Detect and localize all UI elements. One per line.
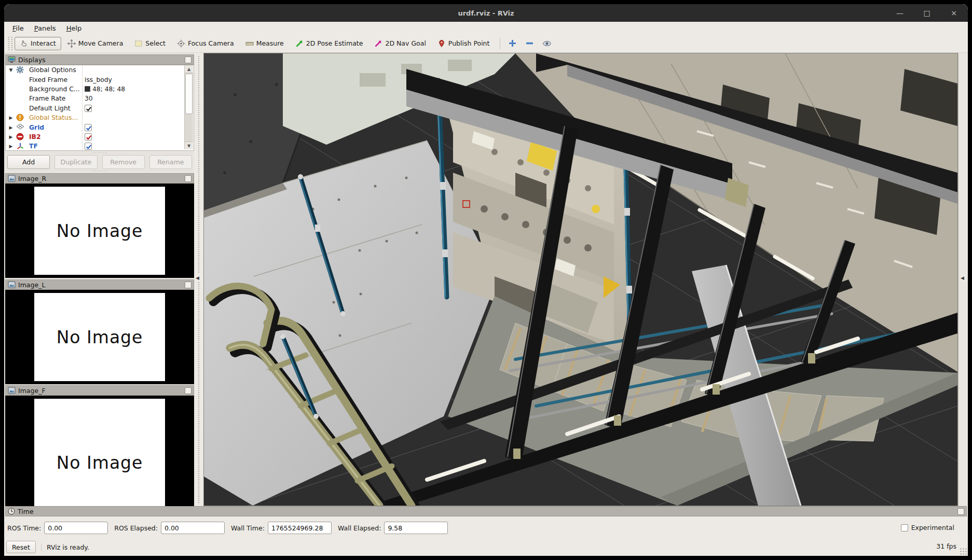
experimental-toggle[interactable]: Experimental <box>901 524 954 531</box>
image-l-panel-title[interactable]: Image_L <box>5 279 194 290</box>
image-f-view[interactable]: No Image <box>5 396 194 506</box>
time-float-button[interactable] <box>957 508 964 515</box>
tree-scrollbar[interactable]: ▲ ▼ <box>184 65 193 149</box>
ros-elapsed-input[interactable] <box>161 522 225 534</box>
tree-row-fixed-frame[interactable]: Fixed Frameiss_body <box>6 75 194 84</box>
collapse-right-icon[interactable]: ◀ <box>961 274 967 282</box>
remove-tool-button[interactable] <box>522 36 538 50</box>
tool-label: Publish Point <box>448 39 490 47</box>
enabled-checkbox[interactable] <box>85 105 92 112</box>
tree-row-tf[interactable]: ▶TF <box>6 142 194 151</box>
time-panel-title[interactable]: Time <box>5 506 967 516</box>
image-l-view[interactable]: No Image <box>5 290 194 384</box>
tree-row-value[interactable]: 48; 48; 48 <box>85 86 125 93</box>
tool-2d-pose-estimate[interactable]: 2D Pose Estimate <box>290 37 368 50</box>
tool-focus-camera[interactable]: Focus Camera <box>172 37 239 50</box>
experimental-label: Experimental <box>911 524 954 531</box>
image-r-float-button[interactable] <box>185 175 191 182</box>
wall-elapsed-input[interactable] <box>384 522 448 534</box>
image-f-panel-title[interactable]: Image_F <box>5 385 194 396</box>
image-f-label: Image_F <box>18 387 46 395</box>
tool-move-camera[interactable]: Move Camera <box>62 37 129 50</box>
tree-row-label: Frame Rate <box>29 95 65 102</box>
image-r-panel-title[interactable]: Image_R <box>5 173 194 184</box>
tool-publish-point[interactable]: Publish Point <box>432 37 495 50</box>
tree-row-label: Default Light <box>29 105 71 112</box>
expander-icon[interactable]: ▶ <box>8 144 14 149</box>
tree-row-global-status-[interactable]: ▶Global Status... <box>6 113 194 122</box>
title-bar[interactable]: urdf.rviz - RViz — □ × <box>4 4 968 22</box>
tree-row-background-c-[interactable]: Background C...48; 48; 48 <box>6 85 194 94</box>
tree-row-value[interactable]: iss_body <box>85 76 112 83</box>
ros-time-input[interactable] <box>44 522 108 534</box>
wall-time-field: Wall Time: <box>231 522 332 534</box>
eye-icon <box>542 40 552 47</box>
splitter-handle[interactable]: ······ <box>5 151 194 155</box>
add-button[interactable]: Add <box>7 155 50 169</box>
displays-panel-title[interactable]: Displays <box>5 54 194 65</box>
experimental-checkbox[interactable] <box>901 524 908 531</box>
scrollbar-thumb[interactable] <box>185 74 193 114</box>
wall-time-input[interactable] <box>268 522 332 534</box>
tf-axes-icon <box>16 142 24 150</box>
enabled-checkbox[interactable] <box>85 124 92 131</box>
expander-icon[interactable]: ▶ <box>8 134 14 139</box>
hand-cursor-icon <box>20 39 28 48</box>
menu-item-help[interactable]: Help <box>62 23 86 33</box>
add-tool-button[interactable] <box>504 36 521 50</box>
enabled-checkbox[interactable] <box>85 143 92 150</box>
tree-row-grid[interactable]: ▶Grid <box>6 122 194 132</box>
expander-icon[interactable]: ▶ <box>8 115 14 120</box>
tree-row-label: Global Status... <box>29 114 78 121</box>
reset-button[interactable]: Reset <box>6 541 36 553</box>
tool-select[interactable]: Select <box>129 37 171 50</box>
tool-interact[interactable]: Interact <box>15 37 61 50</box>
window-title: urdf.rviz - RViz <box>458 9 514 17</box>
image-l-float-button[interactable] <box>185 282 191 288</box>
image-r-view[interactable]: No Image <box>5 184 194 278</box>
close-button[interactable]: × <box>949 9 959 17</box>
expander-icon[interactable]: ▼ <box>8 67 14 73</box>
ros-time-field: ROS Time: <box>7 522 108 534</box>
resize-grip[interactable] <box>960 548 967 555</box>
scroll-up-icon[interactable]: ▲ <box>185 65 193 73</box>
panel-splitter[interactable]: ◀ <box>194 53 203 506</box>
duplicate-button[interactable]: Duplicate <box>54 155 97 169</box>
menu-item-panels[interactable]: Panels <box>30 23 60 33</box>
remove-button[interactable]: Remove <box>102 155 145 169</box>
tree-row-label: TF <box>29 143 38 150</box>
toolbar: InteractMove CameraSelectFocus CameraMea… <box>4 34 968 53</box>
image-icon <box>8 175 16 182</box>
rename-button[interactable]: Rename <box>149 155 192 169</box>
tree-row-default-light[interactable]: Default Light <box>6 104 194 113</box>
image-f-float-button[interactable] <box>185 387 191 394</box>
time-panel: Time ROS Time: ROS Elapsed: Wall Time: W… <box>4 506 968 556</box>
tool-label: Interact <box>31 39 56 47</box>
tree-row-frame-rate[interactable]: Frame Rate30 <box>6 94 194 103</box>
displays-float-button[interactable] <box>185 57 191 63</box>
right-panel-splitter[interactable]: ◀ <box>958 53 968 506</box>
red-pin-icon <box>437 39 446 48</box>
collapse-left-icon[interactable]: ◀ <box>196 274 202 282</box>
tree-row-global-options[interactable]: ▼Global Options <box>6 65 194 75</box>
warning-icon <box>16 114 24 122</box>
minimize-button[interactable]: — <box>895 9 905 17</box>
menu-item-file[interactable]: File <box>8 23 28 33</box>
tree-row-label: Background C... <box>29 86 80 93</box>
enabled-checkbox[interactable] <box>85 133 92 141</box>
green-arrow-icon <box>295 39 304 48</box>
tree-row-ib2[interactable]: ▶IB2 <box>6 132 194 142</box>
tree-row-label: Global Options <box>29 66 76 74</box>
tool-2d-nav-goal[interactable]: 2D Nav Goal <box>369 37 431 50</box>
image-l-label: Image_L <box>18 281 45 289</box>
tree-row-value[interactable]: 30 <box>85 95 93 102</box>
maximize-button[interactable]: □ <box>922 9 932 17</box>
expander-icon[interactable]: ▶ <box>8 125 14 130</box>
splitter-handle[interactable]: ······ <box>5 169 194 173</box>
tool-measure[interactable]: Measure <box>240 37 289 50</box>
image-r-placeholder: No Image <box>34 187 165 275</box>
3d-viewport[interactable] <box>203 53 958 506</box>
tool-visibility-button[interactable] <box>539 37 555 50</box>
scroll-down-icon[interactable]: ▼ <box>185 142 193 149</box>
toolbar-drag-handle[interactable] <box>8 37 12 50</box>
